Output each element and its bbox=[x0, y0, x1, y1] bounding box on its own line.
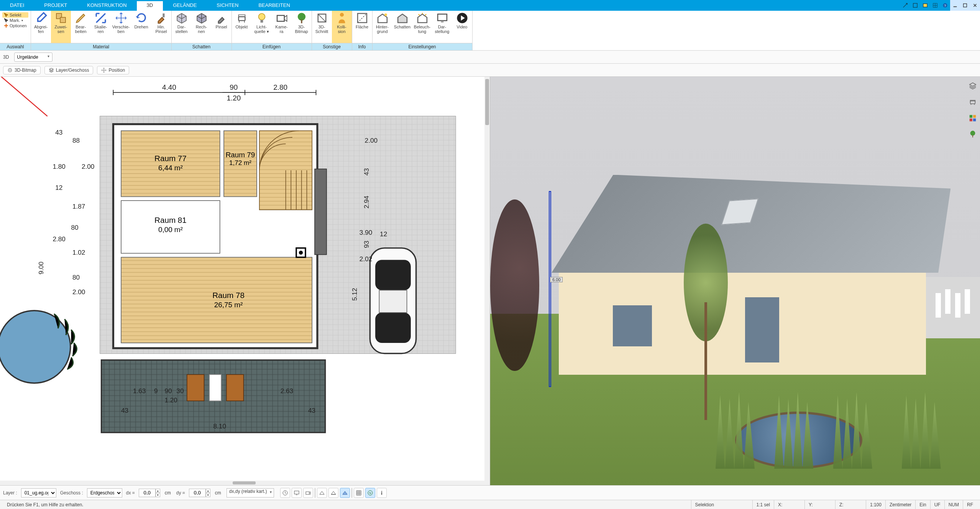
ribbon-verschieben[interactable]: Verschie-ben bbox=[111, 11, 131, 43]
svg-rect-5 bbox=[964, 4, 967, 7]
maximize-button[interactable] bbox=[960, 0, 970, 11]
svg-rect-0 bbox=[913, 3, 918, 8]
ribbon-drehen[interactable]: Drehen bbox=[131, 11, 151, 43]
select-mode-button[interactable]: Selekt bbox=[2, 12, 28, 18]
tool-icon-4[interactable] bbox=[930, 0, 940, 11]
input-bar: Layer : 01_ug.eg.og Geschoss : Erdgescho… bbox=[0, 485, 980, 500]
ribbon-kamera[interactable]: Kame-ra bbox=[272, 11, 292, 43]
edit-icon bbox=[74, 12, 87, 24]
vt-grid-icon[interactable] bbox=[354, 488, 364, 498]
geschoss-label: Geschoss : bbox=[60, 490, 83, 496]
camera-icon bbox=[275, 12, 288, 24]
svg-rect-37 bbox=[315, 169, 327, 254]
ribbon-kollision[interactable]: Kolli-sion bbox=[332, 11, 352, 43]
ribbon-abgreifen[interactable]: Abgrei-fen bbox=[31, 11, 51, 43]
help-icon[interactable]: ? bbox=[940, 0, 950, 11]
person-icon bbox=[335, 12, 348, 24]
tool-icon-3[interactable] bbox=[920, 0, 930, 11]
ribbon-rechnen[interactable]: Rech-nen bbox=[192, 11, 212, 43]
svg-point-42 bbox=[0, 311, 71, 383]
tool-icon-2[interactable] bbox=[910, 0, 920, 11]
vt-screen-icon[interactable] bbox=[292, 488, 302, 498]
coord-mode-dropdown[interactable]: dx,dy (relativ kart.) bbox=[227, 488, 274, 497]
ribbon: Selekt Mark. ▾ Optionen Auswahl Abgrei-f… bbox=[0, 11, 980, 51]
terrain-dropdown[interactable]: Urgelände bbox=[14, 53, 53, 62]
dy-up[interactable]: ▲ bbox=[206, 489, 210, 493]
scene-selection-outline bbox=[549, 191, 551, 387]
scene-chair bbox=[965, 289, 970, 314]
menu-tab-sichten[interactable]: SICHTEN bbox=[207, 0, 248, 11]
dy-unit: cm bbox=[215, 490, 221, 496]
scene-dimension-label: 6.00 bbox=[550, 277, 562, 282]
menu-tab-bearbeiten[interactable]: BEARBEITEN bbox=[248, 0, 300, 11]
ribbon-bearbeiten[interactable]: Bear-beiten bbox=[71, 11, 91, 43]
chair-icon bbox=[235, 12, 248, 24]
ribbon-skalieren[interactable]: Skalie-ren bbox=[91, 11, 111, 43]
vt-info-icon[interactable] bbox=[377, 488, 387, 498]
vt-north-icon[interactable]: N bbox=[365, 488, 375, 498]
menu-tab-datei[interactable]: DATEI bbox=[0, 0, 34, 11]
minimize-button[interactable] bbox=[950, 0, 960, 11]
menu-tab-gelände[interactable]: GELÄNDE bbox=[163, 0, 207, 11]
chip-layer-geschoss[interactable]: Layer/Geschoss bbox=[44, 66, 94, 74]
menu-tab-konstruktion[interactable]: KONSTRUKTION bbox=[77, 0, 136, 11]
view-3d-scene[interactable]: 6.00 bbox=[490, 77, 980, 485]
view-2d-plan[interactable]: Raum 77 6,44 m² Raum 79 1,72 m² Raum 81 … bbox=[0, 77, 490, 485]
sidetool-palette[interactable] bbox=[967, 113, 978, 124]
room81-name: Raum 81 bbox=[154, 216, 187, 224]
ribbon-3dschnitt[interactable]: 3D-Schnitt bbox=[312, 11, 332, 43]
dx-up[interactable]: ▲ bbox=[156, 489, 160, 493]
ribbon-darstellen[interactable]: Dar-stellen bbox=[172, 11, 192, 43]
scrollbar-vertical-2d[interactable] bbox=[484, 77, 490, 485]
svg-rect-14 bbox=[301, 19, 302, 23]
svg-point-36 bbox=[299, 250, 303, 254]
tool-icon-1[interactable] bbox=[900, 0, 910, 11]
ribbon-beleuchtung[interactable]: Beleuch-tung bbox=[412, 11, 432, 43]
chip-3d-bitmap[interactable]: 3D-Bitmap bbox=[3, 66, 41, 74]
dx-input[interactable] bbox=[139, 489, 156, 497]
dy-down[interactable]: ▼ bbox=[206, 493, 210, 497]
vt-hidden-icon[interactable] bbox=[328, 488, 338, 498]
ribbon-objekt[interactable]: Objekt bbox=[232, 11, 252, 43]
ribbon-pinsel[interactable]: Pinsel bbox=[212, 11, 231, 43]
mark-mode-button[interactable]: Mark. ▾ bbox=[2, 18, 28, 23]
vt-camera-icon[interactable] bbox=[303, 488, 313, 498]
dx-down[interactable]: ▼ bbox=[156, 493, 160, 497]
ribbon-video[interactable]: Video bbox=[452, 11, 472, 43]
ribbon-hinpinsel[interactable]: Hin.Pinsel bbox=[151, 11, 171, 43]
ribbon-group-label-material: Material bbox=[31, 43, 171, 50]
ribbon-flaeche[interactable]: Fläche bbox=[352, 11, 372, 43]
options-button[interactable]: Optionen bbox=[2, 23, 28, 28]
ribbon-lichtquelle[interactable]: Licht-quelle ▾ bbox=[252, 11, 272, 43]
geschoss-select[interactable]: Erdgeschoss bbox=[87, 488, 122, 497]
ribbon-zuweisen[interactable]: Zuwei-sen bbox=[51, 11, 71, 43]
menu-tab-3d[interactable]: 3D bbox=[137, 0, 163, 11]
vt-wire-icon[interactable] bbox=[317, 488, 327, 498]
menu-tab-projekt[interactable]: PROJEKT bbox=[34, 0, 77, 11]
ribbon-hintergrund[interactable]: Hinter-grund bbox=[373, 11, 392, 43]
svg-rect-34 bbox=[121, 257, 312, 343]
svg-text:2.00: 2.00 bbox=[365, 137, 378, 144]
layer-select[interactable]: 01_ug.eg.og bbox=[21, 488, 56, 497]
area-icon bbox=[356, 12, 369, 24]
sidetool-furniture[interactable] bbox=[967, 97, 978, 107]
vt-shaded-icon[interactable] bbox=[340, 488, 350, 498]
ribbon-3dbitmap[interactable]: 3D-Bitmap bbox=[292, 11, 312, 43]
scene-chair bbox=[936, 293, 941, 318]
close-button[interactable] bbox=[970, 0, 980, 11]
sidetool-layers[interactable] bbox=[967, 81, 978, 91]
chip-3d-bitmap-label: 3D-Bitmap bbox=[15, 68, 36, 73]
svg-rect-41 bbox=[379, 290, 407, 313]
sidetool-tree[interactable] bbox=[967, 129, 978, 140]
scrollbar-horizontal-2d[interactable] bbox=[0, 481, 484, 485]
svg-rect-86 bbox=[970, 119, 972, 121]
ribbon-darstellung[interactable]: Dar-stellung bbox=[432, 11, 452, 43]
vt-clock-icon[interactable] bbox=[280, 488, 290, 498]
svg-rect-19 bbox=[438, 14, 447, 21]
svg-rect-8 bbox=[163, 13, 164, 17]
eyedropper-icon bbox=[34, 12, 48, 24]
dy-input[interactable] bbox=[189, 489, 206, 497]
chip-position[interactable]: Position bbox=[97, 66, 129, 74]
ribbon-schatten2[interactable]: Schatten bbox=[392, 11, 412, 43]
section-icon bbox=[315, 12, 328, 24]
